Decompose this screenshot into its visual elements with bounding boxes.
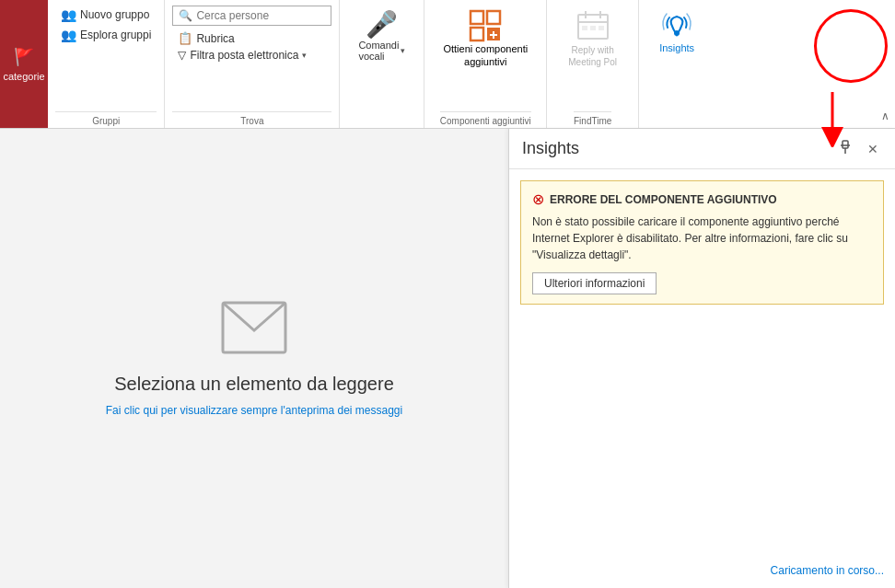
comandi-vocali-button[interactable]: 🎤 Comandivocali ▾ bbox=[351, 6, 413, 65]
svg-rect-0 bbox=[471, 11, 483, 24]
chevron-up-icon: ∧ bbox=[881, 110, 889, 122]
gruppi-buttons: 👥 Nuovo gruppo 👥 Esplora gruppi bbox=[55, 6, 157, 111]
close-panel-button[interactable]: ✕ bbox=[864, 140, 882, 158]
microphone-icon: 🎤 bbox=[366, 9, 398, 40]
loading-area: Caricamento in corso... bbox=[509, 316, 895, 588]
insights-svg-icon bbox=[660, 9, 693, 42]
ulteriori-informazioni-button[interactable]: Ulteriori informazioni bbox=[532, 272, 657, 294]
error-icon: ⊗ bbox=[532, 190, 544, 208]
email-large-icon bbox=[221, 301, 287, 354]
insights-panel-actions: ✕ bbox=[834, 138, 882, 159]
filtra-dropdown-arrow: ▾ bbox=[302, 51, 307, 60]
people-search-icon: 👥 bbox=[61, 28, 76, 42]
insights-icon bbox=[660, 9, 693, 42]
svg-rect-1 bbox=[487, 11, 500, 24]
esplora-gruppi-button[interactable]: 👥 Esplora gruppi bbox=[55, 26, 157, 44]
pin-icon bbox=[838, 140, 853, 155]
category-button[interactable]: 🚩 categorie bbox=[0, 0, 48, 128]
comandi-dropdown-arrow: ▾ bbox=[401, 46, 405, 55]
svg-rect-2 bbox=[471, 28, 483, 40]
findtime-label: FindTime bbox=[574, 111, 611, 126]
search-input[interactable] bbox=[196, 9, 325, 22]
filter-icon: ▽ bbox=[178, 49, 186, 62]
main-area: Seleziona un elemento da leggere Fai cli… bbox=[0, 129, 895, 588]
insights-panel: Insights ✕ ⊗ ERRORE DEL COMPONENTE AGGIU… bbox=[508, 129, 895, 588]
rubrica-button[interactable]: 📋 Rubrica bbox=[172, 29, 331, 47]
select-message-text: Seleziona un elemento da leggere bbox=[114, 374, 394, 395]
preview-link[interactable]: Fai clic qui per visualizzare sempre l'a… bbox=[106, 404, 402, 417]
calendar-icon bbox=[576, 9, 610, 42]
insights-button[interactable]: Insights bbox=[652, 6, 702, 57]
pin-button[interactable] bbox=[834, 138, 856, 159]
search-icon: 🔍 bbox=[179, 9, 192, 22]
comandi-vocali-section: 🎤 Comandivocali ▾ - bbox=[340, 0, 424, 128]
insights-section: Insights - bbox=[639, 0, 715, 128]
componenti-aggiuntivi-button[interactable]: Ottieni componentiaggiuntivi bbox=[436, 6, 535, 73]
loading-text[interactable]: Caricamento in corso... bbox=[771, 564, 884, 577]
comandi-label-text: Comandivocali bbox=[358, 40, 399, 62]
error-box: ⊗ ERRORE DEL COMPONENTE AGGIUNTIVO Non è… bbox=[520, 180, 884, 305]
svg-rect-11 bbox=[590, 26, 596, 30]
svg-rect-10 bbox=[582, 26, 587, 30]
ribbon-collapse-button[interactable]: ∧ bbox=[876, 106, 895, 128]
grid-icon bbox=[469, 9, 502, 42]
componenti-section-label: Componenti aggiuntivi bbox=[440, 111, 531, 126]
componenti-label: Ottieni componentiaggiuntivi bbox=[443, 42, 528, 69]
svg-rect-16 bbox=[843, 141, 848, 148]
search-box[interactable]: 🔍 bbox=[172, 6, 331, 26]
error-text: Non è stato possibile caricare il compon… bbox=[532, 213, 872, 263]
componenti-aggiuntivi-section: Ottieni componentiaggiuntivi Componenti … bbox=[424, 0, 547, 128]
red-circle-annotation bbox=[814, 9, 888, 83]
reading-panel: Seleziona un elemento da leggere Fai cli… bbox=[0, 129, 508, 588]
error-header: ⊗ ERRORE DEL COMPONENTE AGGIUNTIVO bbox=[532, 190, 872, 208]
people-group-icon: 👥 bbox=[61, 7, 76, 22]
findtime-section: Reply withMeeting Pol FindTime bbox=[547, 0, 639, 128]
insights-panel-title: Insights bbox=[522, 139, 579, 158]
nuovo-gruppo-button[interactable]: 👥 Nuovo gruppo bbox=[55, 6, 157, 24]
gruppi-label: Gruppi bbox=[55, 111, 157, 126]
gruppi-section: 👥 Nuovo gruppo 👥 Esplora gruppi Gruppi bbox=[48, 0, 165, 128]
empty-email-icon bbox=[221, 301, 287, 357]
rubrica-icon: 📋 bbox=[178, 31, 192, 45]
reply-meeting-button[interactable]: Reply withMeeting Pol bbox=[563, 6, 622, 72]
filtra-posta-button[interactable]: ▽ Filtra posta elettronica ▾ bbox=[172, 47, 331, 63]
svg-rect-12 bbox=[599, 26, 604, 30]
flag-icon: 🚩 bbox=[14, 47, 34, 67]
insights-label: Insights bbox=[659, 42, 694, 53]
ribbon: 🚩 categorie 👥 Nuovo gruppo 👥 Esplora gru… bbox=[0, 0, 895, 129]
trova-label: Trova bbox=[172, 111, 331, 126]
category-label: categorie bbox=[3, 71, 44, 82]
error-title: ERRORE DEL COMPONENTE AGGIUNTIVO bbox=[550, 193, 777, 206]
svg-point-13 bbox=[674, 30, 680, 36]
reply-meeting-label: Reply withMeeting Pol bbox=[568, 44, 617, 68]
trova-section: 🔍 📋 Rubrica ▽ Filtra posta elettronica ▾… bbox=[165, 0, 340, 128]
insights-panel-header: Insights ✕ bbox=[509, 129, 895, 169]
